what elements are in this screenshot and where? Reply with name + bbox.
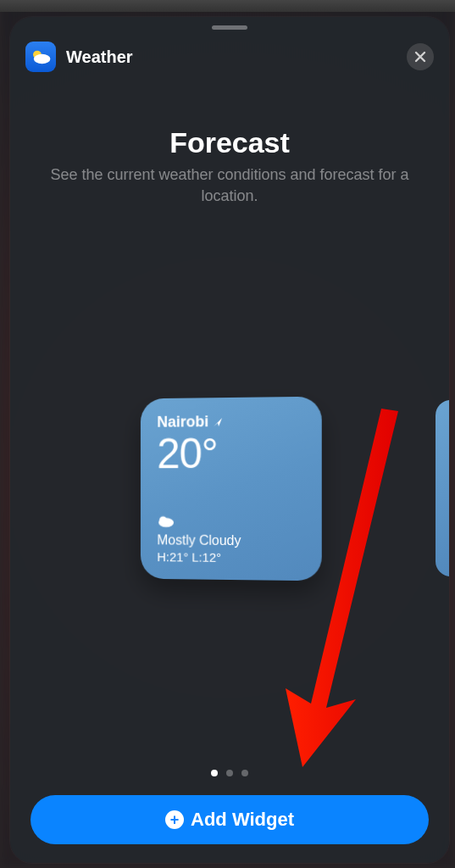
recent-apps-peek (0, 0, 455, 12)
page-dot (241, 770, 248, 776)
widget-gallery-sheet: Weather Forecast See the current weather… (10, 17, 449, 863)
add-widget-label: Add Widget (191, 809, 294, 831)
plus-circle-icon: + (165, 810, 184, 829)
svg-point-1 (34, 54, 51, 64)
sheet-header: Weather (10, 30, 449, 81)
cloud-icon (157, 514, 304, 531)
add-widget-button[interactable]: + Add Widget (31, 795, 429, 844)
close-button[interactable] (407, 43, 434, 70)
widget-high-low: H:21° L:12° (157, 549, 304, 565)
widget-preview-stage[interactable]: Nairobi 20° Mostly Cloudy H:21° L:12° (10, 207, 449, 770)
location-arrow-icon (212, 415, 224, 427)
forecast-widget-small: Nairobi 20° Mostly Cloudy H:21° L:12° (140, 396, 321, 581)
page-dot (211, 770, 218, 776)
weather-app-icon (25, 42, 56, 72)
widget-temperature: 20° (157, 428, 304, 478)
next-widget-peek[interactable] (436, 400, 449, 576)
widget-condition: Mostly Cloudy (157, 532, 304, 548)
close-icon (414, 51, 426, 63)
page-indicator[interactable] (10, 770, 449, 776)
widget-subtitle: See the current weather conditions and f… (10, 159, 449, 207)
app-name: Weather (66, 47, 133, 67)
page-dot (226, 770, 233, 776)
widget-title: Forecast (10, 126, 449, 159)
widget-location-text: Nairobi (157, 413, 208, 431)
